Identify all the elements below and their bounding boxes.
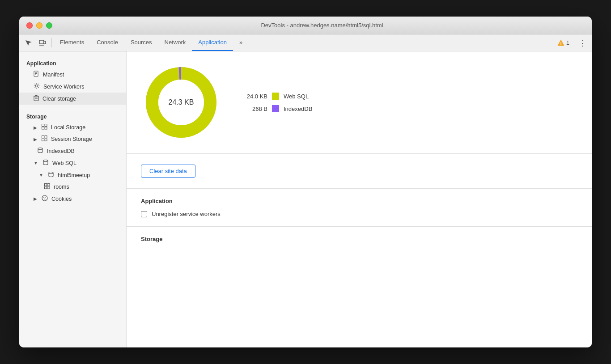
svg-rect-22	[45, 139, 47, 141]
devtools-window: DevTools - andrew.hedges.name/html5/sql.…	[19, 17, 592, 347]
clear-site-button[interactable]: Clear site data	[141, 165, 195, 178]
svg-rect-15	[42, 124, 44, 127]
svg-rect-1	[44, 41, 46, 44]
content-panel: 24.3 KB 24.0 KB Web SQL 268 B IndexedDB	[127, 51, 592, 347]
sidebar-section-storage: Storage	[19, 110, 126, 122]
sidebar-item-local-storage[interactable]: ▶ Local Storage	[19, 122, 126, 133]
svg-point-30	[42, 195, 47, 201]
websql-value: 24.0 KB	[243, 93, 267, 100]
svg-rect-28	[45, 186, 47, 189]
unregister-sw-label: Unregister service workers	[152, 211, 221, 217]
expand-arrow-session-storage: ▶	[34, 137, 37, 142]
svg-point-32	[45, 197, 46, 198]
tab-sources[interactable]: Sources	[124, 34, 158, 51]
expand-arrow-html5meetup: ▼	[39, 173, 43, 178]
legend-item-indexeddb: 268 B IndexedDB	[243, 105, 312, 112]
svg-rect-17	[42, 127, 44, 129]
sidebar-item-web-sql[interactable]: ▼ Web SQL	[19, 157, 126, 169]
indexeddb-color-swatch	[272, 105, 279, 112]
tab-console[interactable]: Console	[90, 34, 124, 51]
sidebar: Application Manifest	[19, 51, 127, 347]
svg-point-34	[46, 199, 46, 199]
devtools-more-button[interactable]: ⋮	[575, 38, 590, 48]
expand-arrow-local-storage: ▶	[34, 125, 37, 130]
sidebar-item-session-storage[interactable]: ▶ Session Storage	[19, 133, 126, 145]
svg-point-23	[38, 148, 42, 150]
svg-rect-21	[42, 139, 44, 141]
sidebar-section-application: Application	[19, 57, 126, 68]
svg-rect-27	[47, 184, 50, 186]
sidebar-item-manifest[interactable]: Manifest	[19, 68, 126, 80]
grid-icon-rooms	[44, 183, 50, 190]
svg-rect-26	[45, 184, 47, 186]
svg-point-8	[36, 85, 38, 87]
svg-rect-19	[42, 136, 44, 138]
main-content: Application Manifest	[19, 51, 592, 347]
expand-arrow-web-sql: ▼	[34, 161, 38, 165]
title-bar: DevTools - andrew.hedges.name/html5/sql.…	[19, 17, 592, 34]
tab-more[interactable]: »	[233, 34, 249, 51]
websql-label: Web SQL	[284, 93, 309, 100]
indexeddb-value: 268 B	[243, 106, 267, 112]
svg-rect-0	[39, 40, 44, 44]
svg-text:!: !	[560, 41, 561, 46]
svg-rect-29	[47, 186, 50, 189]
cookie-icon	[42, 195, 48, 203]
legend-item-websql: 24.0 KB Web SQL	[243, 93, 312, 100]
sidebar-item-service-workers[interactable]: Service Workers	[19, 80, 126, 93]
maximize-button[interactable]	[46, 22, 52, 29]
donut-section: 24.3 KB 24.0 KB Web SQL 268 B IndexedDB	[127, 51, 592, 154]
sidebar-item-html5meetup[interactable]: ▼ html5meetup	[19, 169, 126, 181]
sidebar-item-cookies[interactable]: ▶ Cookies	[19, 193, 126, 205]
tab-divider	[51, 38, 52, 47]
svg-point-24	[43, 160, 48, 162]
doc-icon	[34, 71, 39, 78]
cylinder-icon-html5meetup	[48, 171, 54, 179]
svg-rect-20	[45, 136, 47, 138]
tab-elements[interactable]: Elements	[54, 34, 90, 51]
grid-icon-local	[42, 124, 47, 131]
svg-point-31	[43, 197, 44, 198]
tabs-bar: Elements Console Sources Network Applica…	[19, 34, 592, 51]
svg-point-33	[44, 199, 45, 199]
gear-icon	[34, 83, 40, 90]
sidebar-item-clear-storage[interactable]: Clear storage	[19, 93, 126, 105]
donut-chart: 24.3 KB	[141, 62, 221, 143]
indexeddb-label: IndexedDB	[284, 106, 312, 112]
window-title: DevTools - andrew.hedges.name/html5/sql.…	[59, 22, 585, 29]
tabs-right: ! 1 ⋮	[554, 34, 590, 51]
tab-application[interactable]: Application	[192, 34, 233, 51]
unregister-sw-checkbox[interactable]	[141, 211, 147, 217]
cylinder-icon-indexeddb	[37, 147, 43, 155]
traffic-lights	[26, 22, 52, 29]
sidebar-item-rooms[interactable]: rooms	[19, 181, 126, 193]
svg-point-25	[49, 172, 53, 174]
expand-arrow-cookies: ▶	[34, 196, 37, 201]
chart-legend: 24.0 KB Web SQL 268 B IndexedDB	[243, 93, 312, 112]
inspect-icon-btn[interactable]	[21, 34, 35, 51]
storage-subsection: Storage	[127, 227, 592, 258]
unregister-sw-row: Unregister service workers	[141, 211, 577, 217]
clear-site-section: Clear site data	[127, 154, 592, 189]
close-button[interactable]	[26, 22, 33, 29]
sidebar-item-indexeddb[interactable]: IndexedDB	[19, 145, 126, 157]
warning-badge[interactable]: ! 1	[554, 39, 573, 47]
minimize-button[interactable]	[36, 22, 42, 29]
grid-icon-session	[42, 135, 47, 143]
tab-network[interactable]: Network	[158, 34, 192, 51]
trash-icon	[34, 95, 39, 102]
websql-color-swatch	[272, 93, 279, 100]
device-icon-btn[interactable]	[35, 34, 50, 51]
application-subsection: Application Unregister service workers	[127, 189, 592, 227]
cylinder-icon-websql	[42, 159, 49, 167]
svg-rect-16	[45, 124, 47, 127]
donut-center-label: 24.3 KB	[169, 98, 194, 106]
storage-heading: Storage	[141, 236, 577, 242]
svg-rect-18	[45, 127, 47, 129]
application-heading: Application	[141, 198, 577, 204]
